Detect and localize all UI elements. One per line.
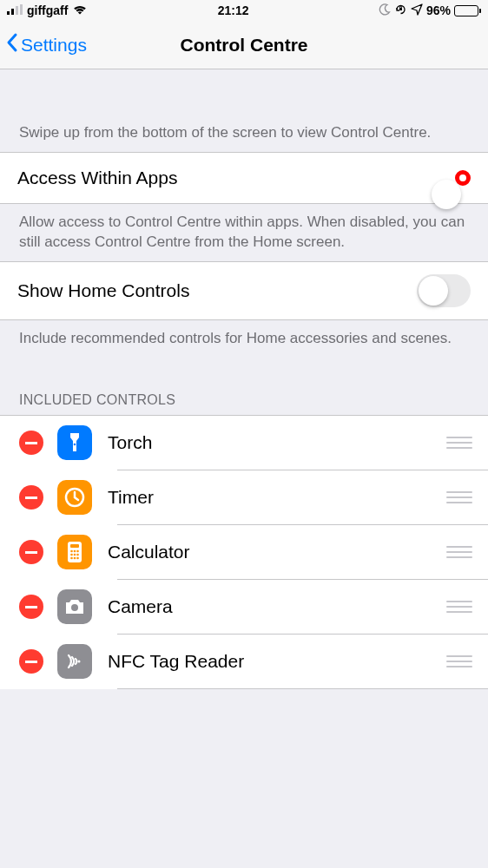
highlight-annotation <box>455 170 471 186</box>
svg-rect-3 <box>20 4 23 15</box>
access-within-apps-label: Access Within Apps <box>17 168 455 188</box>
svg-point-13 <box>74 554 76 556</box>
battery-percent: 96% <box>426 3 451 17</box>
drag-handle[interactable] <box>446 488 472 507</box>
back-label: Settings <box>21 35 87 56</box>
remove-button[interactable] <box>19 540 43 564</box>
battery-icon <box>454 5 481 16</box>
list-item-label: Camera <box>108 596 446 617</box>
orientation-lock-icon <box>394 3 407 18</box>
svg-point-18 <box>71 604 78 611</box>
svg-rect-1 <box>11 9 14 15</box>
access-within-apps-cell: Access Within Apps <box>0 152 488 204</box>
nfc-icon <box>57 644 92 679</box>
show-home-controls-label: Show Home Controls <box>17 280 417 301</box>
list-item-nfc: NFC Tag Reader <box>0 635 488 689</box>
svg-point-14 <box>76 554 79 556</box>
torch-icon <box>57 425 92 460</box>
drag-handle[interactable] <box>446 652 472 671</box>
signal-icon <box>7 3 23 17</box>
list-item-label: NFC Tag Reader <box>108 651 446 672</box>
calculator-icon <box>57 535 92 569</box>
list-item-label: Timer <box>108 487 446 508</box>
timer-icon <box>57 480 92 515</box>
access-within-apps-description: Allow access to Control Centre within ap… <box>0 204 488 261</box>
wifi-icon <box>72 3 88 17</box>
svg-point-19 <box>78 661 81 663</box>
remove-button[interactable] <box>19 431 43 455</box>
included-controls-list: Torch Timer Calculator Camera <box>0 415 488 689</box>
svg-point-10 <box>74 550 76 553</box>
svg-point-15 <box>70 557 73 560</box>
svg-point-11 <box>76 550 79 553</box>
svg-rect-2 <box>16 6 18 15</box>
svg-rect-4 <box>399 8 402 10</box>
show-home-controls-description: Include recommended controls for Home ac… <box>0 320 488 358</box>
moon-icon <box>379 3 391 18</box>
chevron-left-icon <box>5 32 19 57</box>
list-item-torch: Torch <box>0 416 488 470</box>
svg-point-9 <box>70 550 73 553</box>
list-item-camera: Camera <box>0 580 488 635</box>
drag-handle[interactable] <box>446 597 472 616</box>
clock: 21:12 <box>218 3 249 17</box>
svg-rect-0 <box>7 11 10 15</box>
carrier-label: giffgaff <box>27 3 68 17</box>
drag-handle[interactable] <box>446 433 472 452</box>
list-item-timer: Timer <box>0 470 488 525</box>
remove-button[interactable] <box>19 649 43 674</box>
svg-point-16 <box>74 557 76 560</box>
back-button[interactable]: Settings <box>0 32 87 57</box>
remove-button[interactable] <box>19 485 43 510</box>
drag-handle[interactable] <box>446 542 472 562</box>
included-controls-header: INCLUDED CONTROLS <box>0 358 488 415</box>
remove-button[interactable] <box>19 595 43 619</box>
intro-description: Swipe up from the bottom of the screen t… <box>0 69 488 152</box>
status-bar: giffgaff 21:12 96% <box>0 0 488 21</box>
nav-bar: Settings Control Centre <box>0 21 488 69</box>
svg-point-5 <box>74 444 76 446</box>
svg-rect-8 <box>70 544 79 548</box>
show-home-controls-cell: Show Home Controls <box>0 261 488 320</box>
camera-icon <box>57 589 92 624</box>
show-home-controls-toggle[interactable] <box>417 274 471 307</box>
list-item-label: Torch <box>108 432 446 453</box>
list-item-label: Calculator <box>108 542 446 562</box>
svg-point-17 <box>76 557 79 560</box>
list-item-calculator: Calculator <box>0 525 488 580</box>
location-icon <box>411 3 423 18</box>
svg-point-12 <box>70 554 73 556</box>
